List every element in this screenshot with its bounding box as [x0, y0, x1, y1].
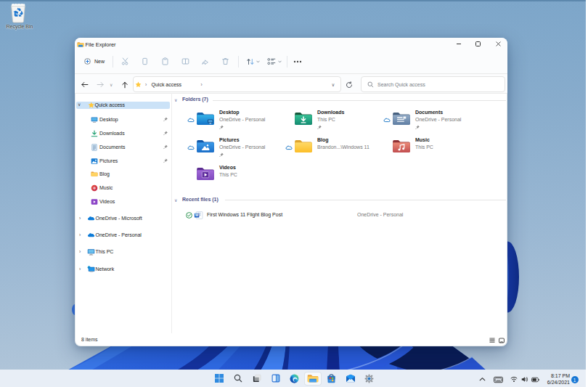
svg-text:W: W — [195, 213, 198, 217]
